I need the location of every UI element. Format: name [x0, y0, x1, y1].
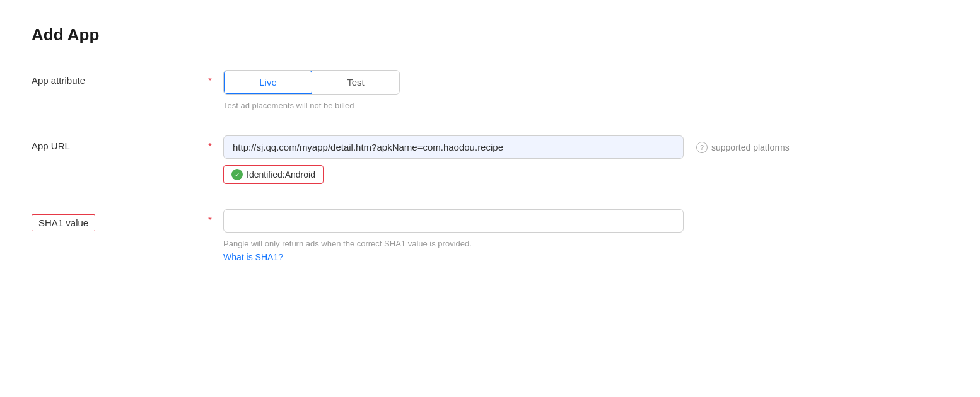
app-attribute-section: App attribute * Live Test Test ad placem… — [32, 70, 948, 110]
app-attribute-content: Live Test Test ad placements will not be… — [223, 70, 948, 110]
identified-badge: ✓ Identified:Android — [223, 165, 324, 184]
app-url-label: App URL — [32, 135, 208, 151]
info-icon: ? — [696, 142, 708, 153]
app-attribute-label: App attribute — [32, 70, 208, 86]
sha1-required: * — [208, 209, 216, 225]
app-url-content: ? supported platforms ✓ Identified:Andro… — [223, 135, 948, 184]
app-url-input[interactable] — [223, 135, 684, 159]
app-url-section: App URL * ? supported platforms ✓ Identi… — [32, 135, 948, 184]
sha1-link[interactable]: What is SHA1? — [223, 252, 283, 262]
sha1-hint: Pangle will only return ads when the cor… — [223, 239, 948, 248]
attribute-hint: Test ad placements will not be billed — [223, 101, 948, 110]
page-title: Add App — [32, 25, 948, 45]
supported-platforms-label: supported platforms — [711, 142, 790, 152]
supported-platforms: ? supported platforms — [696, 135, 790, 153]
sha1-section: SHA1 value * Pangle will only return ads… — [32, 209, 948, 263]
sha1-content: Pangle will only return ads when the cor… — [223, 209, 948, 263]
sha1-label: SHA1 value — [32, 214, 95, 231]
test-toggle-button[interactable]: Test — [312, 71, 399, 94]
check-icon: ✓ — [231, 169, 243, 180]
app-url-required: * — [208, 135, 216, 151]
sha1-input[interactable] — [223, 209, 684, 233]
sha1-label-wrapper: SHA1 value — [32, 209, 208, 231]
url-input-row: ? supported platforms — [223, 135, 948, 159]
live-toggle-button[interactable]: Live — [223, 70, 313, 95]
attribute-toggle-group: Live Test — [223, 70, 400, 95]
identified-text: Identified:Android — [247, 170, 315, 180]
app-attribute-required: * — [208, 70, 216, 86]
url-input-wrapper — [223, 135, 684, 159]
